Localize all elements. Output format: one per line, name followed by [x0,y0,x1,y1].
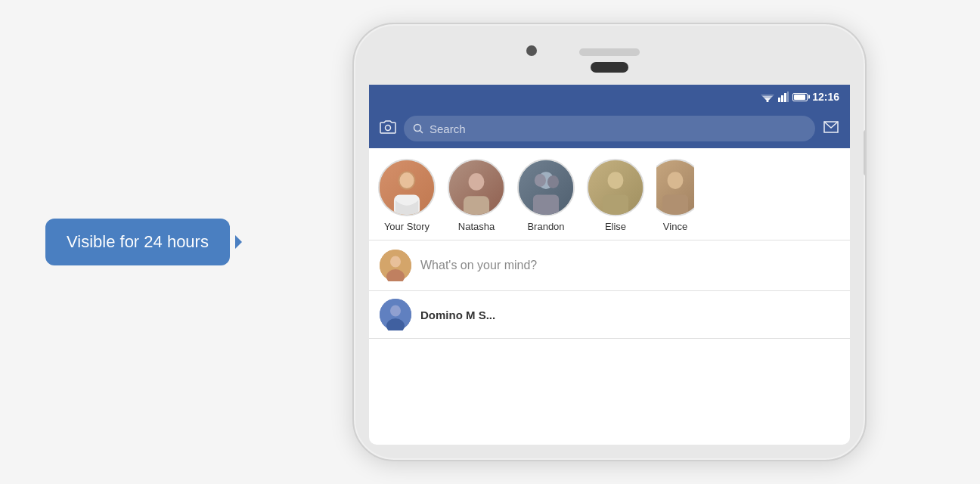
story-item-natasha[interactable]: Natasha [448,159,505,232]
phone-device: 12:16 Search [352,23,867,461]
camera-icon[interactable] [380,120,396,138]
svg-point-13 [400,172,414,188]
battery-icon [792,93,808,101]
svg-point-8 [386,125,391,130]
second-post-name: Domino M S... [420,309,495,321]
story-item-your-story[interactable]: Your Story [378,159,436,232]
svg-rect-5 [781,95,783,102]
compose-post[interactable]: What's on your mind? [369,240,850,291]
story-item-vince[interactable]: Vince [656,159,694,232]
search-icon [413,123,423,134]
phone-top [354,24,865,85]
status-bar: 12:16 [369,85,850,109]
story-avatar-you [378,159,436,216]
second-post-row[interactable]: Domino M S... [369,291,850,339]
svg-rect-6 [784,93,786,102]
status-icons [761,92,808,102]
compose-placeholder: What's on your mind? [420,259,537,272]
power-button [864,130,867,175]
svg-rect-28 [662,194,688,215]
phone-body: 12:16 Search [352,23,867,461]
story-avatar-natasha [448,159,505,216]
stories-row: Your Story [369,148,850,240]
svg-point-33 [390,306,401,317]
story-label-brandon: Brandon [527,221,564,232]
second-post-avatar [380,299,411,330]
story-item-elise[interactable]: Elise [587,159,644,232]
svg-point-16 [469,173,485,191]
wifi-icon [761,92,774,102]
svg-rect-25 [603,194,628,215]
tooltip-bubble: Visible for 24 hours [45,219,230,265]
story-avatar-vince [656,159,694,216]
search-bar[interactable]: Search [404,116,815,141]
nav-bar: Search [369,109,850,148]
search-placeholder: Search [430,123,466,135]
svg-point-22 [547,175,559,188]
story-avatar-elise [587,159,644,216]
earpiece-speaker [579,48,640,56]
svg-rect-7 [787,92,789,102]
svg-line-10 [420,131,423,134]
front-sensor [591,62,628,73]
svg-rect-4 [778,98,780,102]
story-label-natasha: Natasha [458,221,495,232]
svg-point-30 [390,256,401,268]
story-label-elise: Elise [605,221,626,232]
svg-point-21 [535,174,546,187]
user-avatar-compose [380,250,411,281]
story-label-your-story: Your Story [384,221,430,232]
svg-point-24 [608,172,624,189]
svg-point-9 [414,125,421,132]
status-time: 12:16 [812,91,839,103]
signal-icon [778,92,789,102]
story-label-vince: Vince [663,221,687,232]
svg-rect-17 [464,196,489,215]
story-item-brandon[interactable]: Brandon [517,159,575,232]
story-avatar-brandon [517,159,575,216]
front-camera [526,45,537,56]
phone-screen: 12:16 Search [369,85,850,445]
svg-rect-20 [533,194,559,215]
inbox-icon[interactable] [823,120,839,138]
svg-point-27 [668,172,684,189]
